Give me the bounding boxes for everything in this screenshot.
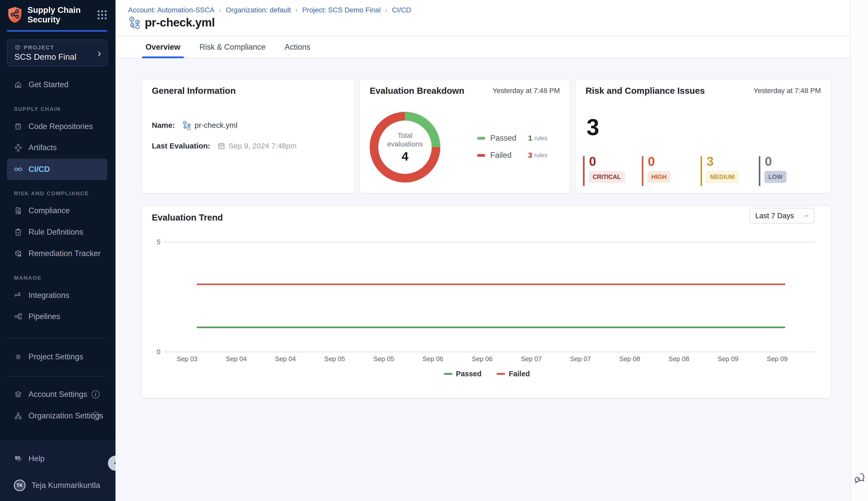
name-label: Name: (152, 121, 175, 129)
legend-passed: Passed (444, 370, 482, 378)
total-evaluations-value: 4 (402, 149, 409, 163)
project-selector[interactable]: PROJECT SCS Demo Final › (7, 40, 107, 66)
user-name: Teja Kummarikuntla (32, 481, 100, 490)
severity-count: 0 (765, 154, 772, 169)
pipeline-icon (182, 120, 192, 130)
breadcrumb-account-link[interactable]: Account: Automation-SSCA (128, 6, 215, 14)
x-axis-tick: Sep 04 (220, 355, 253, 363)
breadcrumb-separator: › (219, 6, 221, 14)
sidebar-item-get-started[interactable]: Get Started (7, 74, 107, 95)
sidebar-item-label: Help (29, 454, 45, 463)
tab-actions[interactable]: Actions (281, 36, 314, 58)
sidebar-item-label: Account Settings (29, 390, 87, 399)
sidebar-divider (7, 338, 107, 338)
card-timestamp: Yesterday at 7:48 PM (753, 87, 821, 95)
chat-support-icon[interactable] (854, 472, 866, 484)
sidebar-item-help[interactable]: ? Help (7, 448, 107, 469)
sidebar-item-label: Compliance (29, 206, 70, 215)
pipelines-icon (14, 312, 22, 321)
sidebar-item-artifacts[interactable]: Artifacts (7, 137, 107, 158)
pipeline-icon (128, 16, 141, 29)
severity-count: 3 (707, 154, 714, 169)
x-axis-tick: Sep 03 (171, 355, 203, 363)
sidebar-item-label: CI/CD (29, 165, 50, 174)
sidebar-header: Supply Chain Security (7, 6, 109, 24)
sidebar-item-label: Pipelines (29, 312, 60, 321)
gridline-5 (164, 242, 815, 243)
compliance-document-icon (14, 206, 22, 215)
severity-badge: MEDIUM (706, 171, 739, 183)
severity-count: 0 (648, 154, 655, 169)
sidebar-item-cicd[interactable]: CI/CD (7, 159, 107, 180)
sidebar-user[interactable]: TK Teja Kummarikuntla (7, 475, 107, 496)
legend-failed: Failed 3 rules (477, 151, 563, 160)
breadcrumb-organization-link[interactable]: Organization: default (226, 6, 291, 14)
severity-badge: HIGH (647, 171, 671, 183)
info-icon[interactable]: i (92, 390, 100, 398)
clipboard-check-icon (14, 228, 22, 236)
card-title: General Information (152, 86, 236, 96)
sidebar-item-project-settings[interactable]: Project Settings (7, 346, 107, 367)
sidebar-item-remediation-tracker[interactable]: Remediation Tracker (7, 243, 107, 264)
chevron-right-icon: › (97, 47, 101, 59)
severity-bar (701, 156, 702, 186)
evaluations-donut-chart: Total evaluations 4 (367, 109, 443, 185)
sidebar-item-integrations[interactable]: Integrations (7, 285, 107, 306)
layers-icon (14, 390, 22, 399)
sidebar-item-pipelines[interactable]: Pipelines (7, 306, 107, 327)
info-icon[interactable]: i (92, 412, 100, 420)
page-title: pr-check.yml (145, 15, 215, 29)
card-title: Risk and Compliance Issues (586, 86, 705, 96)
right-gutter (850, 0, 868, 501)
sidebar-item-account-settings[interactable]: Account Settings i (7, 384, 107, 405)
sidebar-item-label: Get Started (29, 80, 69, 89)
breadcrumb-project-link[interactable]: Project: SCS Demo Final (302, 6, 380, 14)
home-icon (14, 81, 22, 89)
severity-badge: LOW (764, 171, 786, 183)
y-axis-tick: 0 (149, 348, 160, 356)
accent-bar (7, 30, 107, 32)
x-axis-tick: Sep 07 (564, 355, 597, 363)
section-risk-and-compliance: RISK AND COMPLIANCE (14, 190, 89, 197)
legend-passed: Passed 1 rules (477, 134, 563, 143)
code-repository-icon: </> (14, 122, 22, 131)
artifacts-icon (14, 143, 22, 152)
project-label: PROJECT (24, 44, 54, 51)
x-axis-tick: Sep 09 (712, 355, 744, 363)
svg-text:</>: </> (17, 126, 20, 128)
x-axis-tick: Sep 07 (515, 355, 548, 363)
sidebar-divider (7, 376, 107, 376)
general-information-card: General Information Name: pr-check.yml L… (141, 79, 355, 193)
y-axis-tick: 5 (149, 238, 160, 246)
svg-text:?: ? (17, 456, 18, 459)
module-grid-icon[interactable] (97, 10, 107, 19)
severity-bar (759, 156, 760, 186)
sidebar-item-organization-settings[interactable]: Organization Settings i (7, 405, 107, 426)
failed-count: 3 (528, 151, 532, 160)
legend-failed: Failed (496, 370, 530, 378)
tab-risk-compliance[interactable]: Risk & Compliance (196, 36, 269, 58)
sidebar-item-code-repositories[interactable]: </> Code Repositories (7, 116, 107, 137)
main-area: Account: Automation-SSCA › Organization:… (115, 0, 850, 501)
last-evaluation-label: Last Evaluation: (152, 142, 210, 150)
user-avatar: TK (14, 480, 25, 491)
breadcrumb-cicd-link[interactable]: CI/CD (392, 6, 411, 14)
last-evaluation-value: Sep 9, 2024 7:48pm (229, 142, 296, 150)
card-title: Evaluation Trend (152, 212, 223, 223)
sidebar: Supply Chain Security PROJECT SCS Demo F… (0, 0, 115, 501)
tabs: Overview Risk & Compliance Actions (115, 36, 850, 58)
sidebar-item-rule-definitions[interactable]: Rule Definitions (7, 222, 107, 243)
x-axis-tick: Sep 05 (367, 355, 400, 363)
failed-series-line (197, 284, 785, 285)
evaluation-trend-card: Evaluation Trend Last 7 Days 5 0 Sep 03 … (141, 205, 832, 398)
tab-overview[interactable]: Overview (142, 36, 184, 58)
sidebar-item-compliance[interactable]: Compliance (7, 200, 107, 221)
date-range-select[interactable]: Last 7 Days (749, 208, 815, 224)
sidebar-item-label: Artifacts (29, 143, 57, 152)
app-title: Supply Chain Security (28, 5, 97, 24)
supply-chain-security-logo-icon (7, 6, 23, 23)
x-axis-tick: Sep 06 (417, 355, 449, 363)
total-issues-value: 3 (587, 115, 599, 140)
passed-dash-icon (444, 373, 452, 375)
cube-icon (14, 44, 21, 51)
